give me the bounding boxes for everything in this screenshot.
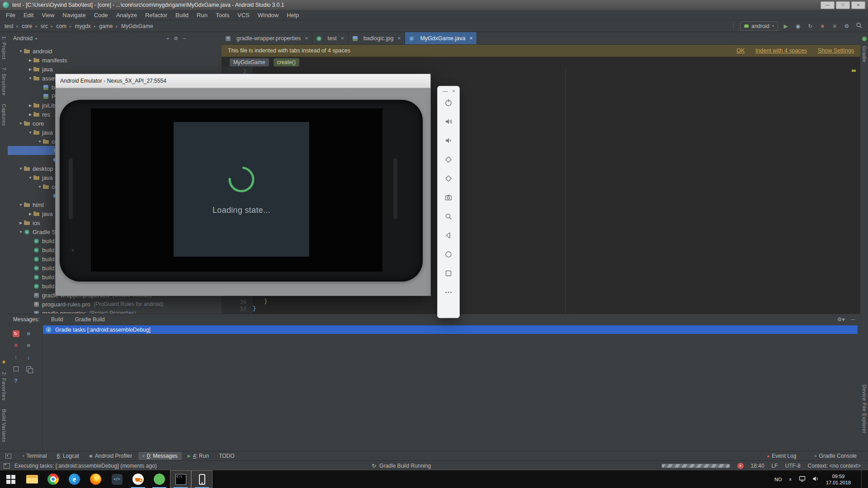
clock[interactable]: 09:59 17.01.2018 [826, 473, 851, 486]
tool-stripe-button[interactable]: Device File Explorer [862, 385, 867, 433]
menu-item[interactable]: Help [283, 10, 303, 20]
tree-expand-icon[interactable]: ▶ [27, 113, 33, 117]
file-encoding[interactable]: UTF-8 [785, 463, 801, 469]
menu-item[interactable]: Run [193, 10, 212, 20]
breadcrumb[interactable]: create() [274, 58, 299, 66]
profiler-icon[interactable]: ◉ [793, 23, 802, 29]
menu-item[interactable]: Window [254, 10, 283, 20]
tree-item[interactable]: ▼ android [8, 47, 222, 56]
caret-position[interactable]: 18:40 [751, 463, 764, 469]
notification-action-link[interactable]: OK [736, 47, 745, 54]
collapse-all-icon[interactable]: + [166, 36, 169, 42]
close-icon[interactable] [469, 35, 472, 42]
chevron-up-icon[interactable]: ∧ [789, 477, 792, 482]
editor-tab[interactable]: MyGdxGame.java [405, 32, 477, 44]
language-indicator[interactable]: NO [774, 477, 782, 482]
tree-item[interactable]: ▶ manifests [8, 56, 222, 65]
tree-expand-icon[interactable]: ▼ [37, 185, 43, 189]
editor-tab[interactable]: badlogic.jpg [349, 32, 406, 44]
layout-icon[interactable]: ≡ [830, 23, 839, 29]
close-icon[interactable]: × [452, 88, 455, 94]
close-icon[interactable]: × [14, 342, 18, 349]
tree-expand-icon[interactable]: ▶ [27, 103, 33, 108]
back-icon[interactable] [444, 231, 453, 240]
command-prompt-button[interactable] [170, 470, 191, 488]
close-icon[interactable]: × [851, 1, 865, 9]
maximize-icon[interactable]: □ [836, 1, 850, 9]
menu-item[interactable]: Edit [19, 10, 38, 20]
menu-item[interactable]: Analyze [112, 10, 141, 20]
settings-lines-icon[interactable]: ≡ [27, 342, 30, 349]
tree-expand-icon[interactable]: ▼ [18, 167, 24, 171]
expand-all-icon[interactable] [14, 366, 19, 371]
settings-gear-icon[interactable]: ⚙ [842, 23, 851, 29]
filter-icon[interactable]: ≡ [27, 330, 30, 337]
tree-expand-icon[interactable]: ▼ [18, 203, 24, 207]
show-desktop-button[interactable] [861, 470, 864, 488]
notification-action-link[interactable]: Show Settings [818, 47, 854, 54]
rerun-icon[interactable]: ↻ [13, 330, 19, 337]
breadcrumb[interactable]: MyGdxGame [121, 23, 153, 29]
rotate-left-icon[interactable] [444, 155, 453, 164]
close-icon[interactable] [397, 35, 401, 42]
tool-stripe-button[interactable]: 1: Project [1, 36, 7, 59]
tree-expand-icon[interactable]: ▼ [27, 76, 33, 80]
messages-tab-gradle-build[interactable]: Gradle Build [75, 316, 105, 323]
menu-item[interactable]: Navigate [58, 10, 90, 20]
messages-tab-build[interactable]: Build [51, 316, 63, 323]
firefox-button[interactable] [85, 470, 106, 488]
toolwindow-button[interactable]: ≡ 0: Messages [138, 452, 182, 460]
context-indicator[interactable]: Context: <no context> [808, 463, 861, 469]
tool-stripe-button[interactable]: Gradle [862, 46, 867, 62]
menu-item[interactable]: File [2, 10, 19, 20]
tree-expand-icon[interactable]: ▼ [18, 49, 24, 53]
volume-up-icon[interactable] [444, 117, 453, 126]
minimize-icon[interactable]: — [443, 88, 448, 94]
tree-expand-icon[interactable]: ▶ [27, 212, 33, 216]
volume-icon[interactable] [812, 476, 819, 483]
network-icon[interactable] [799, 476, 806, 483]
editor-tab[interactable]: test [312, 32, 348, 44]
tree-item[interactable]: gradle.properties (Project Properties) [8, 309, 222, 314]
stop-build-icon[interactable]: × [737, 463, 744, 469]
zoom-icon[interactable] [444, 212, 453, 221]
menu-item[interactable]: Tools [212, 10, 233, 20]
tree-item[interactable]: ▶ java [8, 65, 222, 74]
toolwindow-button[interactable]: ≡ Gradle Console [810, 452, 861, 460]
tool-stripe-button[interactable]: 2: Favorites [1, 372, 7, 400]
tree-expand-icon[interactable]: ▼ [18, 122, 24, 126]
home-icon[interactable] [444, 250, 453, 259]
tree-expand-icon[interactable]: ▼ [18, 230, 24, 234]
start-button[interactable] [0, 470, 21, 488]
tree-expand-icon[interactable]: ▶ [18, 221, 24, 225]
settings-gear-icon[interactable]: ⚙▾ [837, 316, 845, 323]
breadcrumb[interactable]: mygdx [75, 23, 99, 29]
emulator-screen[interactable]: Loading state... [91, 108, 382, 272]
close-icon[interactable] [341, 35, 344, 42]
tool-stripe-button[interactable]: Captures [1, 104, 7, 126]
tree-expand-icon[interactable]: ▼ [27, 176, 33, 180]
emulator-window[interactable]: Android Emulator - Nexus_5X_API_27:5554 … [55, 74, 431, 296]
menu-item[interactable]: View [38, 10, 58, 20]
project-view-selector[interactable]: Android [13, 35, 33, 42]
next-message-icon[interactable]: ↓ [27, 354, 30, 361]
window-menu-icon[interactable] [4, 463, 10, 469]
more-icon[interactable] [444, 288, 453, 297]
help-icon[interactable]: ? [14, 377, 18, 384]
menu-item[interactable]: Code [90, 10, 112, 20]
toolwindow-button[interactable]: ● Event Log [763, 452, 800, 460]
tree-expand-icon[interactable]: ▼ [37, 140, 43, 144]
breadcrumb[interactable]: com [56, 23, 75, 29]
search-icon[interactable] [854, 22, 863, 30]
breadcrumb[interactable]: MyGdxGame [230, 58, 269, 66]
emulator-title-bar[interactable]: Android Emulator - Nexus_5X_API_27:5554 [56, 74, 430, 88]
phone-window-button[interactable] [191, 470, 212, 488]
toolwindow-button[interactable]: ▪ Terminal [19, 452, 51, 460]
line-separator[interactable]: LF [772, 463, 778, 469]
breadcrumb[interactable]: test [5, 23, 22, 29]
file-explorer-button[interactable] [21, 470, 42, 488]
chrome-button[interactable] [42, 470, 64, 488]
breadcrumb[interactable]: game [99, 23, 121, 29]
toolwindow-button[interactable]: ▶ 4: Run [184, 452, 213, 460]
project-view-header[interactable]: Android ▾ + ⚙ ─ [8, 32, 222, 45]
